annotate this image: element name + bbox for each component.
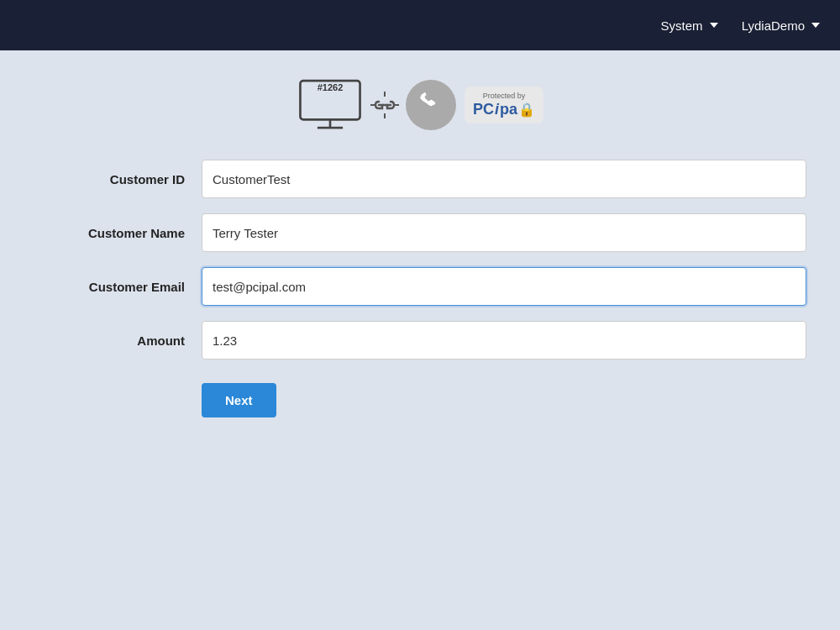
customer-email-input[interactable]: [202, 267, 806, 306]
pcipal-logo: PCipa🔒: [473, 101, 535, 119]
customer-email-label: Customer Email: [34, 280, 202, 294]
nav-divider: [725, 18, 735, 33]
form-container: Customer ID Customer Name Customer Email…: [34, 160, 806, 417]
amount-input[interactable]: [202, 321, 806, 360]
customer-name-input[interactable]: [202, 213, 806, 252]
phone-icon: [406, 80, 456, 130]
monitor-id: #1262: [318, 82, 344, 92]
navbar: System LydiaDemo: [0, 0, 840, 50]
monitor-icon-wrapper: #1262: [297, 76, 364, 134]
customer-id-input[interactable]: [202, 160, 806, 198]
main-content: #1262 Protected by: [0, 50, 840, 630]
next-button[interactable]: Next: [202, 383, 276, 417]
customer-id-label: Customer ID: [34, 172, 202, 186]
user-menu[interactable]: LydiaDemo: [742, 18, 820, 33]
user-label: LydiaDemo: [742, 18, 805, 33]
system-dropdown-arrow: [710, 23, 718, 28]
amount-label: Amount: [34, 333, 202, 348]
customer-name-label: Customer Name: [34, 226, 202, 240]
customer-email-row: Customer Email: [34, 267, 806, 306]
protected-by-text: Protected by: [483, 92, 526, 101]
user-dropdown-arrow: [811, 23, 820, 28]
pcipal-badge: Protected by PCipa🔒: [465, 87, 543, 123]
system-label: System: [660, 18, 702, 33]
header-icons: #1262 Protected by: [34, 76, 806, 134]
amount-row: Amount: [34, 321, 806, 360]
system-menu[interactable]: System: [660, 18, 717, 33]
customer-id-row: Customer ID: [34, 160, 806, 198]
customer-name-row: Customer Name: [34, 213, 806, 252]
chain-link-icon: [367, 90, 402, 120]
